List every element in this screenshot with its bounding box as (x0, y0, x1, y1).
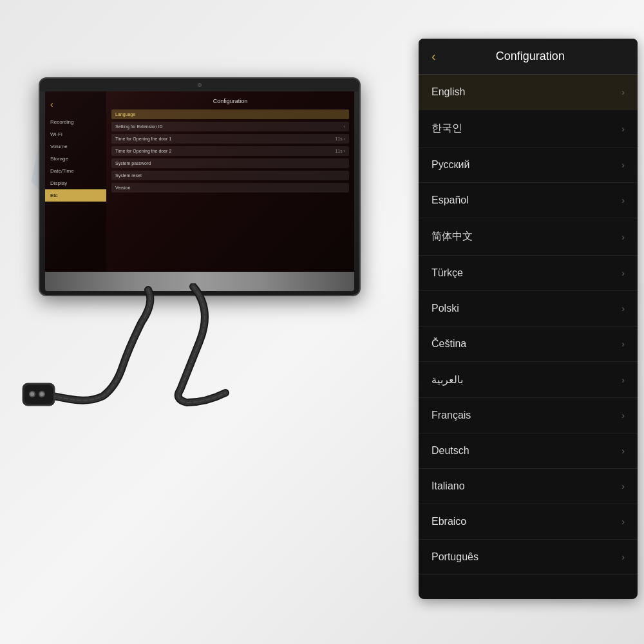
language-name: Français (431, 410, 471, 421)
monitor-screen: ‹ Recording Wi-Fi Volume Storage Date/Ti… (45, 91, 354, 272)
language-name: Português (431, 551, 478, 563)
chevron-right-icon: › (621, 375, 625, 385)
language-item-polski[interactable]: Polski› (419, 291, 638, 327)
screen-main: Configuration Language Setting for Exten… (106, 91, 354, 272)
screen-config-password[interactable]: System password (111, 158, 349, 168)
screen-menu-storage[interactable]: Storage (45, 153, 106, 165)
language-item-español[interactable]: Español› (419, 183, 638, 218)
language-name: Türkçe (431, 267, 463, 279)
language-list: English›한국인›Русский›Español›简体中文›Türkçe›… (419, 75, 638, 596)
screen-menu-datetime[interactable]: Date/Time (45, 165, 106, 177)
screen-config-title: Configuration (111, 98, 349, 104)
chevron-right-icon: › (621, 339, 625, 349)
language-item-简体中文[interactable]: 简体中文› (419, 218, 638, 256)
language-item-english[interactable]: English› (419, 75, 638, 110)
screen-menu-recording[interactable]: Recording (45, 116, 106, 128)
power-cord-svg (19, 283, 309, 412)
language-name: Italiano (431, 480, 465, 492)
screen-sidebar: ‹ Recording Wi-Fi Volume Storage Date/Ti… (45, 91, 106, 272)
language-item-한국인[interactable]: 한국인› (419, 110, 638, 147)
chevron-right-icon: › (621, 232, 625, 242)
screen-config-door2[interactable]: Time for Opening the door 2 11s › (111, 146, 349, 156)
language-name: Polski (431, 303, 459, 314)
device-container: ‹ Recording Wi-Fi Volume Storage Date/Ti… (19, 77, 393, 541)
phone-header: ‹ Configuration (419, 39, 638, 75)
language-item-deutsch[interactable]: Deutsch› (419, 433, 638, 469)
screen-config-version[interactable]: Version (111, 183, 349, 193)
language-name: Русский (431, 159, 469, 171)
monitor-camera (198, 83, 202, 87)
monitor-frame: ‹ Recording Wi-Fi Volume Storage Date/Ti… (39, 77, 361, 296)
language-name: Čeština (431, 338, 466, 350)
chevron-right-icon: › (621, 160, 625, 170)
chevron-right-icon: › (621, 303, 625, 314)
language-item-بالعربية[interactable]: بالعربية› (419, 362, 638, 398)
screen-config-door1[interactable]: Time for Opening the door 1 11s › (111, 134, 349, 144)
screen-config-language[interactable]: Language (111, 109, 349, 119)
language-item-русский[interactable]: Русский› (419, 147, 638, 183)
screen-content: ‹ Recording Wi-Fi Volume Storage Date/Ti… (45, 91, 354, 272)
phone-back-button[interactable]: ‹ (431, 49, 436, 64)
chevron-right-icon: › (621, 552, 625, 562)
language-item-türkçe[interactable]: Türkçe› (419, 256, 638, 291)
language-name: English (431, 86, 465, 98)
chevron-right-icon: › (621, 516, 625, 527)
language-item-italiano[interactable]: Italiano› (419, 469, 638, 504)
language-name: 한국인 (431, 122, 462, 135)
svg-rect-1 (24, 385, 53, 404)
screen-config-extension[interactable]: Setting for Extension ID › (111, 122, 349, 131)
chevron-right-icon: › (621, 481, 625, 491)
language-name: Español (431, 194, 469, 206)
screen-menu-volume[interactable]: Volume (45, 140, 106, 153)
chevron-right-icon: › (621, 87, 625, 97)
chevron-right-icon: › (621, 268, 625, 278)
chevron-right-icon: › (621, 410, 625, 421)
language-item-čeština[interactable]: Čeština› (419, 327, 638, 362)
chevron-right-icon: › (621, 446, 625, 456)
svg-point-5 (40, 392, 44, 396)
power-cord-area (19, 283, 309, 412)
language-name: Deutsch (431, 445, 469, 457)
phone-panel: ‹ Configuration English›한국인›Русский›Espa… (419, 39, 638, 599)
language-name: 简体中文 (431, 230, 473, 243)
language-name: Ebraico (431, 516, 466, 527)
language-item-ebraico[interactable]: Ebraico› (419, 504, 638, 540)
screen-menu-etc[interactable]: Etc (45, 189, 106, 202)
chevron-right-icon: › (621, 124, 625, 134)
screen-menu-display[interactable]: Display (45, 177, 106, 189)
monitor-bezel-top (40, 79, 359, 91)
language-item-português[interactable]: Português› (419, 540, 638, 575)
language-name: بالعربية (431, 374, 463, 386)
phone-title: Configuration (449, 50, 625, 63)
screen-back-button[interactable]: ‹ (45, 97, 106, 112)
screen-config-reset[interactable]: System reset (111, 171, 349, 180)
svg-point-3 (30, 392, 34, 396)
chevron-right-icon: › (621, 195, 625, 205)
screen-menu-wifi[interactable]: Wi-Fi (45, 128, 106, 140)
language-item-français[interactable]: Français› (419, 398, 638, 433)
